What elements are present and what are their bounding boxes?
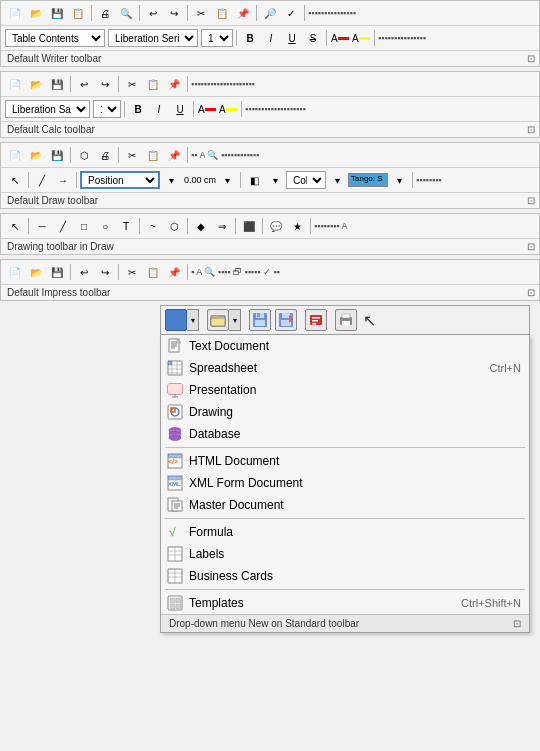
impress-resize-icon[interactable]: ⊡ xyxy=(527,287,535,298)
imp-new-btn[interactable]: 📄 xyxy=(5,262,25,282)
copy-btn[interactable]: 📋 xyxy=(212,3,232,23)
calc-font-select[interactable]: Liberation Sans xyxy=(5,100,90,118)
menu-item-templates[interactable]: Templates Ctrl+Shift+N xyxy=(161,592,529,614)
calc-undo-btn[interactable]: ↩ xyxy=(74,74,94,94)
imp-open-btn[interactable]: 📂 xyxy=(26,262,46,282)
footer-resize-icon[interactable]: ⊡ xyxy=(513,618,521,629)
draw-flowchart-btn[interactable]: ⬛ xyxy=(239,216,259,236)
calc-bold-btn[interactable]: B xyxy=(128,99,148,119)
menu-item-html[interactable]: </> HTML Document xyxy=(161,450,529,472)
save-as-btn[interactable]: 📋 xyxy=(68,3,88,23)
draw-callout-btn[interactable]: 💬 xyxy=(266,216,286,236)
menu-item-spreadsheet[interactable]: Spreadsheet Ctrl+N xyxy=(161,357,529,379)
save-btn[interactable]: 💾 xyxy=(47,3,67,23)
font-color-btn[interactable]: A xyxy=(330,28,350,48)
ppt-btn[interactable] xyxy=(305,309,327,331)
calc-open-btn[interactable]: 📂 xyxy=(26,74,46,94)
draw-new-btn[interactable]: 📄 xyxy=(5,145,25,165)
draw-copy-btn[interactable]: 📋 xyxy=(143,145,163,165)
imp-redo-btn[interactable]: ↪ xyxy=(95,262,115,282)
calc-highlight-btn[interactable]: A xyxy=(218,99,238,119)
calc-save-btn[interactable]: 💾 xyxy=(47,74,67,94)
calc-underline-btn[interactable]: U xyxy=(170,99,190,119)
open-split-btn[interactable]: ▾ xyxy=(207,309,241,331)
print-icon-btn[interactable] xyxy=(335,309,357,331)
new-split-btn[interactable]: ▾ xyxy=(165,309,199,331)
draw-size-drop[interactable]: ▾ xyxy=(217,170,237,190)
find-btn[interactable]: 🔎 xyxy=(260,3,280,23)
draw-arrow2-btn[interactable]: ▾ xyxy=(161,170,181,190)
menu-item-formula[interactable]: √ Formula xyxy=(161,521,529,543)
calc-redo-btn[interactable]: ↪ xyxy=(95,74,115,94)
calc-copy-btn[interactable]: 📋 xyxy=(143,74,163,94)
draw-rect-btn[interactable]: □ xyxy=(74,216,94,236)
calc-size-select[interactable]: 10 xyxy=(93,100,121,118)
imp-save-btn[interactable]: 💾 xyxy=(47,262,67,282)
draw-print-btn[interactable]: 🖨 xyxy=(95,145,115,165)
new-icon-btn[interactable] xyxy=(165,309,187,331)
draw-cut-btn[interactable]: ✂ xyxy=(122,145,142,165)
writer-resize-icon[interactable]: ⊡ xyxy=(527,53,535,64)
print-btn[interactable]: 🖨 xyxy=(95,3,115,23)
draw-poly-btn[interactable]: ⬡ xyxy=(164,216,184,236)
save-remote-btn[interactable] xyxy=(275,309,297,331)
open-icon-btn[interactable] xyxy=(207,309,229,331)
draw-arrow-btn[interactable]: → xyxy=(53,170,73,190)
open-drop-arrow[interactable]: ▾ xyxy=(229,309,241,331)
draw-open-btn[interactable]: 📂 xyxy=(26,145,46,165)
open-btn[interactable]: 📂 xyxy=(26,3,46,23)
draw-position-select[interactable]: Position xyxy=(80,171,160,189)
draw-cursor-btn[interactable]: ↖ xyxy=(5,170,25,190)
draw-pdf-btn[interactable]: ⬡ xyxy=(74,145,94,165)
highlight-btn[interactable]: A xyxy=(351,28,371,48)
menu-item-presentation[interactable]: Presentation xyxy=(161,379,529,401)
draw-paste-btn[interactable]: 📌 xyxy=(164,145,184,165)
new-btn[interactable]: 📄 xyxy=(5,3,25,23)
draw-tango-drop[interactable]: ▾ xyxy=(389,170,409,190)
draw-select-btn[interactable]: ↖ xyxy=(5,216,25,236)
paste-btn[interactable]: 📌 xyxy=(233,3,253,23)
draw-curve-btn[interactable]: ~ xyxy=(143,216,163,236)
calc-fontcolor-btn[interactable]: A xyxy=(197,99,217,119)
calc-resize-icon[interactable]: ⊡ xyxy=(527,124,535,135)
font-size-select[interactable]: 12 xyxy=(201,29,233,47)
undo-btn[interactable]: ↩ xyxy=(143,3,163,23)
draw-resize-icon[interactable]: ⊡ xyxy=(527,195,535,206)
menu-item-labels[interactable]: Labels xyxy=(161,543,529,565)
draw-line2-btn[interactable]: ─ xyxy=(32,216,52,236)
redo-btn[interactable]: ↪ xyxy=(164,3,184,23)
menu-item-text-doc[interactable]: Text Document xyxy=(161,335,529,357)
font-select[interactable]: Liberation Serif xyxy=(108,29,198,47)
draw-text-btn[interactable]: T xyxy=(116,216,136,236)
draw-color-drop[interactable]: ▾ xyxy=(327,170,347,190)
strikethrough-btn[interactable]: S xyxy=(303,28,323,48)
menu-item-business-cards[interactable]: Business Cards xyxy=(161,565,529,587)
menu-item-drawing[interactable]: Drawing xyxy=(161,401,529,423)
imp-undo-btn[interactable]: ↩ xyxy=(74,262,94,282)
drawing-resize-icon[interactable]: ⊡ xyxy=(527,241,535,252)
preview-btn[interactable]: 🔍 xyxy=(116,3,136,23)
bold-btn[interactable]: B xyxy=(240,28,260,48)
draw-fill-drop[interactable]: ▾ xyxy=(265,170,285,190)
save-icon-btn[interactable] xyxy=(249,309,271,331)
cut-btn[interactable]: ✂ xyxy=(191,3,211,23)
draw-fill-btn[interactable]: ◧ xyxy=(244,170,264,190)
new-drop-arrow[interactable]: ▾ xyxy=(187,309,199,331)
underline-btn[interactable]: U xyxy=(282,28,302,48)
calc-new-btn[interactable]: 📄 xyxy=(5,74,25,94)
italic-btn[interactable]: I xyxy=(261,28,281,48)
draw-star-btn[interactable]: ★ xyxy=(287,216,307,236)
style-select[interactable]: Table Contents xyxy=(5,29,105,47)
draw-diamond-btn[interactable]: ◆ xyxy=(191,216,211,236)
spell-btn[interactable]: ✓ xyxy=(281,3,301,23)
draw-line-btn[interactable]: ╱ xyxy=(32,170,52,190)
draw-arrow3-btn[interactable]: ⇒ xyxy=(212,216,232,236)
menu-item-master[interactable]: Master Document xyxy=(161,494,529,516)
draw-save-btn[interactable]: 💾 xyxy=(47,145,67,165)
draw-ellipse-btn[interactable]: ○ xyxy=(95,216,115,236)
menu-item-database[interactable]: Database xyxy=(161,423,529,445)
draw-color-select[interactable]: Color xyxy=(286,171,326,189)
calc-italic-btn[interactable]: I xyxy=(149,99,169,119)
menu-item-xml[interactable]: XML XML Form Document xyxy=(161,472,529,494)
draw-line3-btn[interactable]: ╱ xyxy=(53,216,73,236)
